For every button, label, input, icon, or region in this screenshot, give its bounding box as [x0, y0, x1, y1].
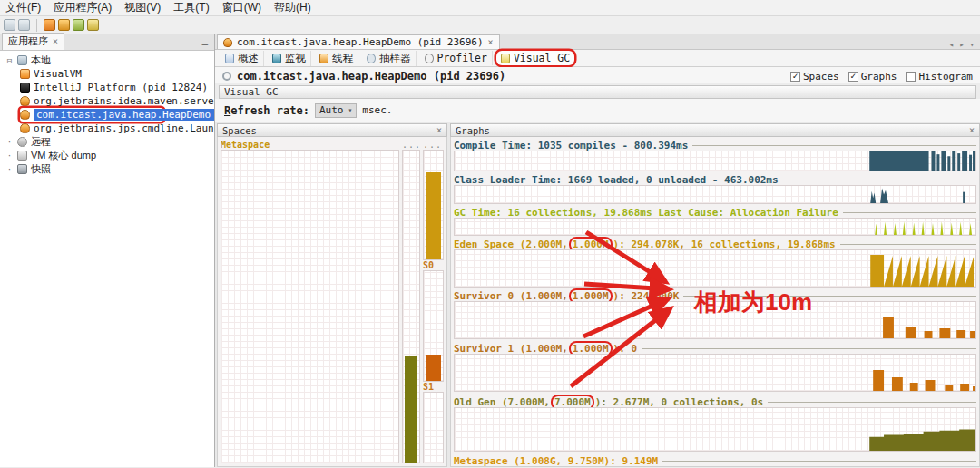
visualvm-icon — [20, 69, 30, 79]
tab-profiler[interactable]: Profiler — [420, 51, 493, 65]
metaspace-title: Metaspace (1.008G, 9.750M): 9.149M — [454, 455, 658, 467]
tree-item-coredump[interactable]: · VM 核心 dump — [5, 149, 214, 162]
survivor0-row: Survivor 0 (1.000M, 1.000M ): 224.000K — [454, 290, 976, 339]
tab-monitor[interactable]: 监视 — [268, 51, 311, 66]
checkbox-checked-icon[interactable] — [848, 72, 858, 82]
toolbar-separator — [36, 19, 37, 32]
survivor1-title-prefix: Survivor 1 (1.000M, — [454, 343, 568, 355]
tree-item-intellij[interactable]: IntelliJ Platform (pid 12824) — [20, 81, 214, 94]
menu-help[interactable]: 帮助(H) — [274, 0, 311, 15]
survivor1-graph — [454, 354, 976, 392]
tab-list-icon[interactable]: ▾ — [970, 40, 975, 49]
expand-icon[interactable]: · — [5, 165, 14, 174]
metaspace-space-label: Metaspace — [220, 140, 399, 150]
local-node-icon — [17, 55, 27, 65]
old-space-fill-bar — [405, 356, 417, 463]
menu-view[interactable]: 视图(V) — [124, 0, 161, 15]
spaces-panel-body: Metaspace ... ... — [217, 137, 447, 467]
intellij-icon — [20, 83, 30, 93]
graphs-toggle[interactable]: Graphs — [848, 71, 897, 83]
checkbox-checked-icon[interactable] — [790, 72, 800, 82]
old-space-label-truncated: ... — [402, 140, 420, 150]
eden-space-label-truncated: ... — [423, 140, 444, 150]
tree-item-heapdemo[interactable]: com.itcast.java.heap.HeapDemo (pid 23696… — [20, 108, 163, 122]
survivor0-space-section: S0 — [423, 260, 444, 382]
tree-item-local[interactable]: ⊟ 本地 — [5, 54, 214, 67]
menu-file[interactable]: 文件(F) — [5, 0, 41, 15]
old-space-section: ... — [402, 140, 420, 463]
refresh-rate-select[interactable]: Auto ▾ — [315, 103, 357, 118]
sidebar-tab-strip: 应用程序 × — — [0, 34, 214, 51]
old-gen-capacity-annotation-box: 7.000M — [553, 396, 593, 408]
old-gen-title-prefix: Old Gen (7.000M, — [454, 396, 550, 408]
survivor0-space-label: S0 — [423, 260, 444, 270]
add-application-icon[interactable] — [44, 19, 55, 31]
survivor1-row: Survivor 1 (1.000M, 1.000M ): 0 — [454, 343, 976, 392]
collapse-icon[interactable]: ⊟ — [5, 56, 14, 65]
snapshot-icon[interactable] — [87, 19, 99, 31]
heap-dump-icon[interactable] — [58, 19, 70, 31]
process-header: com.itcast.java.heap.HeapDemo (pid 23696… — [215, 67, 980, 83]
tree-item-visualvm[interactable]: VisualVM — [20, 67, 214, 81]
compile-time-title: Compile Time: 1035 compiles - 800.394ms — [454, 140, 688, 151]
tab-sampler[interactable]: 抽样器 — [362, 51, 416, 66]
expand-icon[interactable]: · — [5, 151, 14, 161]
process-status-icon — [222, 72, 231, 81]
tab-visual-gc[interactable]: Visual GC — [496, 51, 574, 65]
young-spaces-column: ... S0 — [423, 140, 444, 463]
survivor0-title-prefix: Survivor 0 (1.000M, — [454, 290, 568, 302]
histogram-toggle[interactable]: Histogram — [906, 71, 973, 83]
metaspace-space-graph — [220, 150, 399, 463]
tree-item-snapshots[interactable]: · 快照 — [5, 162, 214, 176]
close-icon[interactable]: × — [969, 125, 975, 135]
survivor0-space-graph — [423, 270, 444, 382]
survivor1-space-graph — [423, 392, 444, 463]
thread-dump-icon[interactable] — [73, 19, 84, 31]
eden-title-prefix: Eden Space (2.000M, — [454, 239, 568, 250]
toolbar — [0, 16, 980, 34]
main-area: com.itcast.java.heap.HeapDemo (pid 23696… — [215, 34, 980, 467]
metaspace-row: Metaspace (1.008G, 9.750M): 9.149M — [454, 455, 976, 467]
expand-icon[interactable]: · — [5, 138, 14, 147]
spaces-panel-header: Spaces × — [217, 123, 447, 137]
old-gen-title-suffix: ): 2.677M, 0 collections, 0s — [595, 396, 763, 408]
tree-item-remote[interactable]: · 远程 — [5, 135, 214, 149]
scroll-tabs-right-icon[interactable]: ▸ — [959, 40, 964, 49]
save-snapshot-icon[interactable] — [18, 19, 30, 31]
menu-applications[interactable]: 应用程序(A) — [54, 0, 112, 15]
close-icon[interactable]: × — [436, 125, 442, 135]
sidebar-tab-title: 应用程序 — [8, 34, 48, 48]
tab-overview[interactable]: 概述 — [220, 51, 264, 66]
menu-tools[interactable]: 工具(T) — [173, 0, 209, 15]
metaspace-space-section: Metaspace — [220, 140, 399, 463]
compile-time-row: Compile Time: 1035 compiles - 800.394ms — [454, 140, 976, 171]
survivor0-space-fill-bar — [426, 355, 441, 381]
close-icon[interactable]: × — [488, 37, 494, 47]
tab-threads[interactable]: 线程 — [315, 51, 358, 66]
spaces-toggle[interactable]: Spaces — [790, 71, 839, 83]
applications-tree: ⊟ 本地 VisualVM IntelliJ Platform (pid 128… — [0, 51, 214, 467]
eden-space-section: ... — [423, 140, 444, 260]
tab-applications[interactable]: 应用程序 × — [2, 33, 64, 50]
load-snapshot-icon[interactable] — [4, 19, 15, 31]
tab-heapdemo-document[interactable]: com.itcast.java.heap.HeapDemo (pid 23696… — [217, 34, 500, 49]
monitor-icon — [272, 54, 281, 63]
gc-time-row: GC Time: 16 collections, 19.868ms Last C… — [454, 207, 976, 236]
old-gen-graph — [454, 407, 976, 452]
class-loader-title: Class Loader Time: 1669 loaded, 0 unload… — [454, 174, 779, 186]
java-app-icon — [223, 38, 232, 47]
menu-bar: 文件(F) 应用程序(A) 视图(V) 工具(T) 窗口(W) 帮助(H) — [0, 0, 980, 16]
compile-time-graph — [454, 151, 976, 171]
tree-item-jps-launcher[interactable]: org.jetbrains.jps.cmdline.Launcher (pid … — [20, 122, 214, 135]
eden-space-fill-bar — [426, 172, 441, 259]
checkbox-unchecked-icon[interactable] — [906, 72, 916, 82]
minimize-sidebar-button[interactable]: — — [197, 38, 212, 50]
close-icon[interactable]: × — [53, 36, 58, 46]
chevron-down-icon: ▾ — [348, 106, 352, 114]
tree-item-remotemavenserver[interactable]: org.jetbrains.idea.maven.server.RemoteMa… — [20, 94, 214, 108]
survivor0-capacity-annotation-box: 1.000M — [571, 290, 611, 302]
applications-sidebar: 应用程序 × — ⊟ 本地 VisualVM IntelliJ Platform… — [0, 34, 215, 467]
scroll-tabs-left-icon[interactable]: ◂ — [949, 40, 954, 49]
graphs-panel: Graphs × Compile Time: 1035 compiles - 8… — [450, 123, 980, 467]
menu-window[interactable]: 窗口(W) — [222, 0, 261, 15]
